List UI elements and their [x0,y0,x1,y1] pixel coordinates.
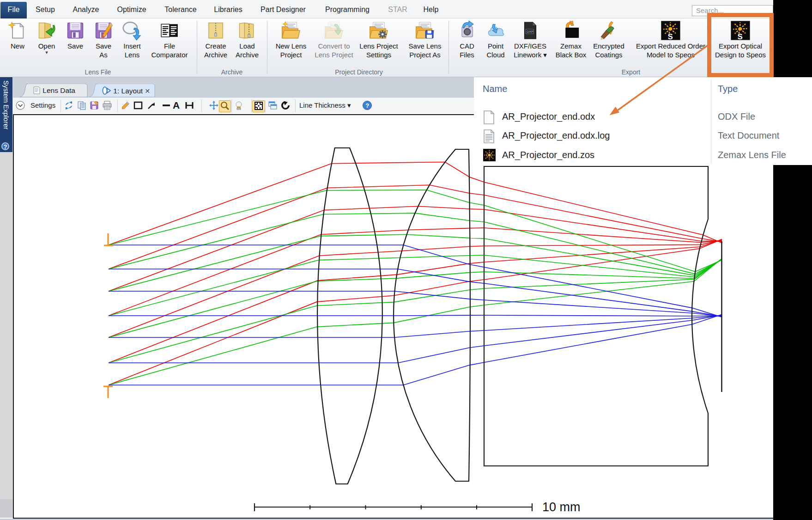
svg-text:10 mm: 10 mm [542,500,581,514]
svg-text:?: ? [365,102,369,109]
svg-text:DXF: DXF [527,30,533,34]
svg-text:S: S [668,32,673,41]
